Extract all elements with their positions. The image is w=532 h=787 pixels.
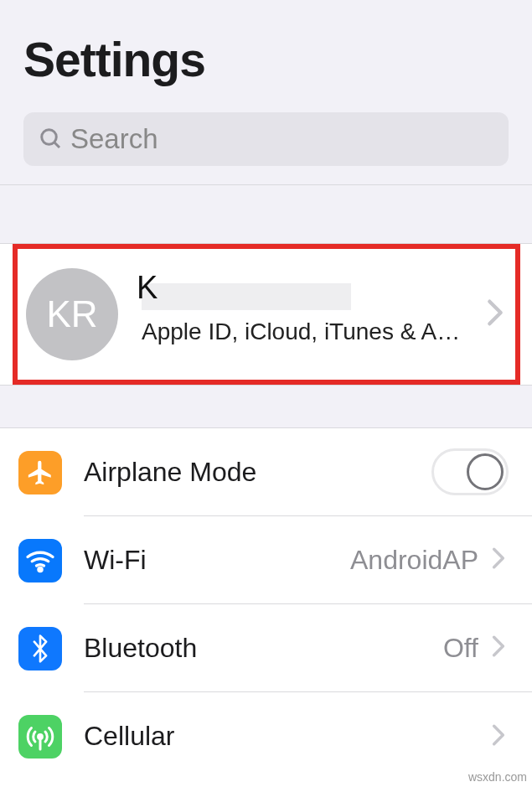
settings-header: Settings Search (0, 0, 532, 184)
row-bluetooth[interactable]: Bluetooth Off (0, 604, 532, 692)
bluetooth-label: Bluetooth (84, 633, 443, 664)
search-input[interactable]: Search (23, 112, 509, 166)
wifi-detail: AndroidAP (350, 545, 478, 576)
airplane-icon (18, 451, 62, 494)
account-subtitle: Apple ID, iCloud, iTunes & App… (142, 318, 468, 345)
bluetooth-icon (18, 627, 62, 671)
chevron-right-icon (488, 723, 509, 750)
settings-list: Airplane Mode Wi-Fi AndroidAP Bluetooth … (0, 427, 532, 780)
airplane-toggle[interactable] (431, 448, 509, 495)
avatar: KR (26, 268, 118, 360)
section-gap (0, 386, 532, 427)
row-wifi[interactable]: Wi-Fi AndroidAP (0, 516, 532, 604)
page-title: Settings (23, 32, 509, 87)
cellular-icon (18, 715, 62, 759)
svg-point-2 (39, 567, 42, 571)
chevron-right-icon (488, 634, 509, 661)
chevron-right-icon (488, 546, 509, 573)
svg-point-0 (42, 130, 57, 145)
airplane-label: Airplane Mode (84, 457, 431, 488)
row-cellular[interactable]: Cellular (0, 692, 532, 780)
wifi-label: Wi-Fi (84, 545, 350, 576)
apple-id-row[interactable]: KR K Apple ID, iCloud, iTunes & App… (13, 244, 520, 385)
toggle-knob (467, 453, 504, 490)
search-placeholder: Search (70, 123, 158, 155)
account-name-redacted: K (142, 283, 351, 310)
apple-id-section: KR K Apple ID, iCloud, iTunes & App… (0, 243, 532, 386)
row-airplane-mode[interactable]: Airplane Mode (0, 428, 532, 516)
wifi-icon (18, 539, 62, 582)
cellular-label: Cellular (84, 721, 488, 752)
bluetooth-detail: Off (443, 633, 478, 664)
chevron-right-icon (483, 298, 507, 330)
account-text: K Apple ID, iCloud, iTunes & App… (142, 283, 483, 345)
watermark: wsxdn.com (468, 770, 527, 784)
svg-line-1 (54, 142, 59, 148)
search-icon (39, 127, 64, 152)
section-gap (0, 184, 532, 243)
account-name-partial: K (137, 270, 158, 306)
